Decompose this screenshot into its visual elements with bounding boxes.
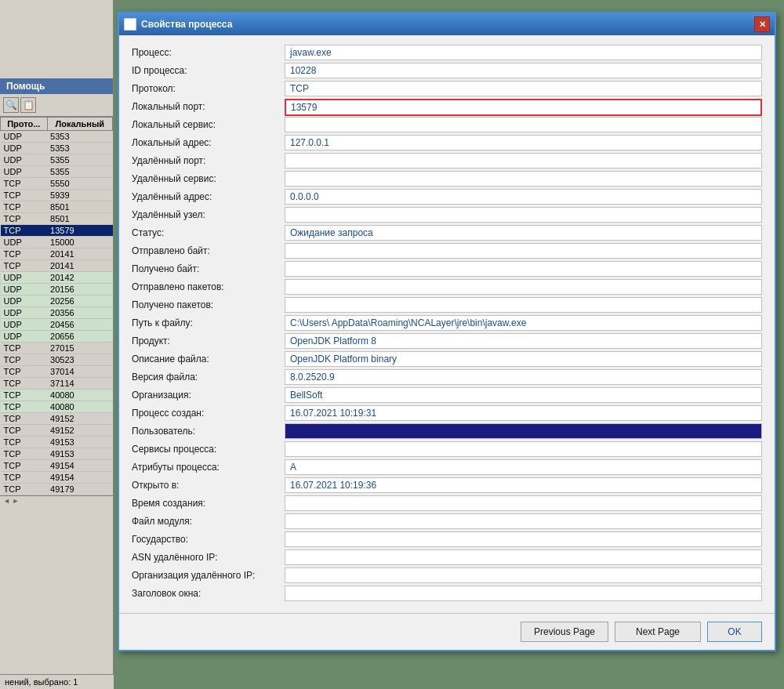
property-row: Государство: [132,531,762,549]
property-label: Описание файла: [132,351,285,364]
table-row[interactable]: TCP49154 [1,460,113,472]
table-row[interactable]: TCP49154 [1,472,113,484]
property-row: Протокол:TCP [132,81,762,98]
property-row: Открыто в:16.07.2021 10:19:36 [132,477,762,495]
cell-port: 13579 [47,225,112,237]
cell-proto: UDP [1,272,48,284]
table-row[interactable]: UDP20456 [1,319,113,331]
table-row[interactable]: TCP20141 [1,248,113,260]
property-label: Организация удалённого IP: [132,568,285,581]
cell-port: 49153 [47,448,112,460]
table-row[interactable]: TCP40080 [1,401,113,413]
property-label: Версия файла: [132,369,285,383]
property-row: Путь к файлу:C:\Users\ AppData\Roaming\N… [132,315,762,332]
property-label: Отправлено байт: [132,243,285,256]
cell-proto: TCP [1,472,48,484]
property-label: ASN удалённого IP: [132,549,285,563]
property-row: Локальный адрес:127.0.0.1 [132,135,762,152]
status-bar: нений, выбрано: 1 [0,674,114,689]
cell-port: 49179 [47,484,112,495]
table-row[interactable]: UDP20256 [1,296,113,307]
property-label: Файл модуля: [132,513,285,527]
prev-page-button[interactable]: Previous Page [521,622,608,642]
table-row[interactable]: TCP30523 [1,354,113,366]
table-row[interactable]: UDP5355 [1,154,113,166]
table-row[interactable]: TCP8501 [1,201,113,213]
property-value: BellSoft [285,387,762,403]
table-row[interactable]: UDP5355 [1,166,113,178]
property-row: Организация:BellSoft [132,387,762,404]
table-row[interactable]: TCP5939 [1,190,113,201]
help-label: Помощь [6,81,45,92]
cell-port: 37114 [47,378,112,390]
table-row[interactable]: TCP13579 [1,225,113,237]
cell-proto: UDP [1,331,48,343]
table-row[interactable]: UDP20142 [1,272,113,284]
property-value: 0.0.0.0 [285,189,762,205]
process-properties-dialog: 🖥 Свойства процесса ✕ Процесс:javaw.exeI… [118,12,776,651]
property-label: Процесс: [132,45,285,58]
horizontal-scrollbar[interactable]: ◄ ► [0,495,113,505]
cell-port: 20156 [47,284,112,296]
cell-port: 20142 [47,272,112,284]
property-label: Процесс создан: [132,405,285,419]
table-row[interactable]: TCP27015 [1,343,113,354]
next-page-button[interactable]: Next Page [615,622,701,642]
table-row[interactable]: TCP37014 [1,366,113,378]
cell-proto: TCP [1,484,48,495]
cell-port: 20141 [47,260,112,272]
property-value [285,495,762,511]
table-row[interactable]: TCP20141 [1,260,113,272]
table-row[interactable]: UDP5353 [1,131,113,143]
table-row[interactable]: TCP5550 [1,178,113,190]
table-row[interactable]: TCP49153 [1,437,113,448]
property-label: Государство: [132,531,285,545]
toolbar-icon-1[interactable]: 🔍 [3,97,19,113]
cell-proto: TCP [1,390,48,401]
table-row[interactable]: TCP37114 [1,378,113,390]
table-row[interactable]: TCP40080 [1,390,113,401]
table-row[interactable]: UDP5353 [1,143,113,154]
property-value: OpenJDK Platform 8 [285,333,762,349]
property-value: C:\Users\ AppData\Roaming\NCALayer\jre\b… [285,315,762,331]
table-row[interactable]: UDP20656 [1,331,113,343]
property-row: Описание файла:OpenJDK Platform binary [132,351,762,368]
cell-proto: TCP [1,401,48,413]
cell-proto: TCP [1,460,48,472]
property-value [285,586,762,601]
table-row[interactable]: TCP49179 [1,484,113,495]
table-row[interactable]: UDP20156 [1,284,113,296]
property-value: 16.07.2021 10:19:31 [285,405,762,421]
property-value [285,117,762,132]
table-row[interactable]: UDP20356 [1,307,113,319]
table-row[interactable]: TCP49152 [1,425,113,437]
table-row[interactable]: UDP15000 [1,237,113,248]
property-value [285,441,762,457]
cell-proto: TCP [1,354,48,366]
close-button[interactable]: ✕ [754,16,770,32]
titlebar-left: 🖥 Свойства процесса [124,18,232,31]
ok-button[interactable]: OK [707,622,762,642]
property-row: Удалённый сервис: [132,171,762,188]
property-value: OpenJDK Platform binary [285,351,762,367]
cell-proto: UDP [1,143,48,154]
toolbar-icon-2[interactable]: 📋 [20,97,36,113]
cell-proto: TCP [1,413,48,425]
property-value [285,423,762,439]
cell-proto: UDP [1,284,48,296]
property-value [285,513,762,529]
table-row[interactable]: TCP49152 [1,413,113,425]
cell-port: 5939 [47,190,112,201]
property-row: Версия файла:8.0.2520.9 [132,369,762,386]
cell-port: 49154 [47,460,112,472]
table-row[interactable]: TCP49153 [1,448,113,460]
cell-proto: TCP [1,225,48,237]
property-label: Пользователь: [132,423,285,437]
property-row: Локальный сервис: [132,117,762,134]
cell-port: 8501 [47,201,112,213]
cell-port: 49152 [47,413,112,425]
property-row: Организация удалённого IP: [132,568,762,585]
table-row[interactable]: TCP8501 [1,213,113,225]
cell-port: 20256 [47,296,112,307]
property-label: Сервисы процесса: [132,441,285,455]
